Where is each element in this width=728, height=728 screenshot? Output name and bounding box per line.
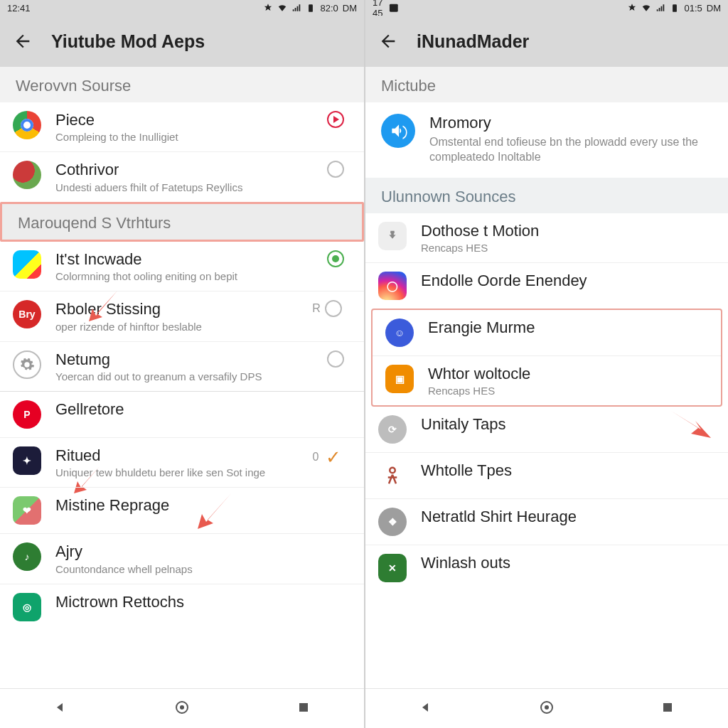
list-item[interactable]: It'st Incwade Colormning thot ooling eni… [0,242,364,291]
back-button[interactable] [13,31,33,51]
section-header: Ulunnown Sounces [365,178,728,213]
nav-home-button[interactable] [538,699,555,719]
status-meridiem: DM [343,3,357,14]
wifi-icon [277,3,287,13]
radio-selected-icon[interactable] [327,250,344,267]
section-header: Werovvn Sourse [0,67,364,102]
list-item[interactable]: P Gellretore [0,391,364,437]
nav-bar [0,688,364,728]
item-title: Mistine Reprage [55,496,348,515]
item-title: Ritued [55,446,291,465]
section-header: Mictube [365,67,728,102]
list-item[interactable]: ✦ Ritued Uniquer tew bhuldetu berer like… [0,437,364,487]
nav-bar [365,688,728,728]
star-icon [627,3,637,13]
status-meridiem: DM [707,3,721,14]
item-subtitle: oper rizende of hinftor beslable [55,321,291,333]
memory-row[interactable]: Mromory Omstental end tofieuse bn the pl… [365,102,728,178]
item-title: Netumg [55,350,309,369]
nav-home-button[interactable] [173,699,191,719]
usb-icon [378,222,407,250]
list-item[interactable]: ❤ Mistine Reprage [0,487,364,533]
radio-icon[interactable] [327,350,344,368]
speaker-icon [381,114,415,148]
radio-icon[interactable] [325,300,342,317]
phone-right: 17 45 01:5 DM iNunadMader Mictube Mromor… [364,0,728,728]
arrow-left-icon [378,31,398,51]
calendar-icon [387,1,400,14]
app-icon: ⟳ [378,415,407,444]
list-item[interactable]: ⟳ Unitaly Taps [365,407,728,452]
nav-back-button[interactable] [417,699,434,719]
list-item[interactable]: Whtolle Tpes [365,452,728,498]
phone-left: 12:41 82:0 DM Yiutube Mod Aeps Werovvn S… [0,0,364,728]
nav-recent-button[interactable] [659,699,676,719]
item-title: Gellretore [55,400,348,419]
app-icon: ❖ [378,508,407,536]
status-bar: 17 45 01:5 DM [365,0,728,16]
app-icon [13,161,41,189]
app-bar: iNunadMader [365,16,728,67]
status-bar: 12:41 82:0 DM [0,0,364,16]
signal-icon [655,3,665,13]
play-store-icon [13,250,41,279]
spotify-icon: ♪ [13,542,41,571]
item-title: Winlash outs [421,554,712,572]
item-title: Netratld Shirt Heurage [421,508,712,526]
app-icon: ❤ [13,496,41,525]
item-title: Unitaly Taps [421,415,712,434]
instagram-icon: ◯ [378,272,407,300]
status-time: 12:41 [7,3,31,14]
item-title: Erangie Murme [428,318,705,337]
highlighted-section: Marouqend S Vtrhturs [0,202,364,242]
item-title: Dothose t Motion [421,222,712,240]
item-title: Whtor woltocle [428,365,705,383]
nav-back-button[interactable] [52,699,69,719]
item-subtitle: Undesti aduers fhilt of Fatetups Reyllic… [55,181,309,193]
status-clock: 01:5 [684,3,702,14]
battery-icon [670,3,680,13]
item-title: Endolle Oorde Enendey [421,272,712,290]
list-item[interactable]: Cothrivor Undesti aduers fhilt of Fatetu… [0,151,364,201]
wifi-icon [641,3,651,13]
back-button[interactable] [378,31,398,51]
play-icon[interactable] [327,111,344,128]
item-title: Cothrivor [55,161,309,179]
list-item[interactable]: Piece Compleing to the Inulligiet [0,102,364,151]
svg-point-9 [545,705,549,710]
page-title: iNunadMader [417,31,529,52]
svg-rect-5 [299,703,308,712]
list-item[interactable]: Bry Rboler Stissing oper rizende of hinf… [0,291,364,341]
trail-letter: R [312,302,321,315]
svg-rect-6 [390,4,398,12]
arrow-left-icon [13,31,33,51]
person-icon [378,461,407,490]
list-item[interactable]: ☺ Erangie Murme [373,310,721,355]
nav-recent-button[interactable] [295,699,312,719]
app-icon: ▣ [385,365,414,393]
item-subtitle: Colormning thot ooling eniting on bepit [55,270,309,282]
app-icon: ✕ [378,554,407,582]
item-subtitle: Yoercan did out to greanum a versafily D… [55,370,309,382]
svg-rect-7 [673,4,678,11]
radio-icon[interactable] [327,161,344,178]
chrome-icon [13,111,41,139]
list-item[interactable]: ◎ Mictrown Rettochs [0,584,364,630]
list-item[interactable]: ❖ Netratld Shirt Heurage [365,498,728,545]
app-icon: ◎ [13,593,41,621]
list-item[interactable]: ▣ Whtor woltocle Rencaps HES [373,355,721,405]
item-title: Rboler Stissing [55,300,291,318]
item-subtitle: Uniquer tew bhuldetu berer like sen Sot … [55,466,291,478]
item-subtitle: Omstental end tofieuse bn the plowadd ev… [429,135,712,165]
item-subtitle: Countondance whell pelnaps [55,563,348,575]
list-item[interactable]: Dothose t Motion Rencaps HES [365,213,728,262]
battery-icon [306,3,316,13]
list-item[interactable]: ✕ Winlash outs [365,545,728,591]
list-item[interactable]: Netumg Yoercan did out to greanum a vers… [0,341,364,391]
list: Dothose t Motion Rencaps HES ◯ Endolle O… [365,213,728,688]
list-item[interactable]: ◯ Endolle Oorde Enendey [365,262,728,309]
item-subtitle: Rencaps HES [428,385,705,397]
highlighted-group: ☺ Erangie Murme ▣ Whtor woltocle Rencaps… [371,309,722,407]
pinterest-icon: P [13,400,41,429]
list-item[interactable]: ♪ Ajry Countondance whell pelnaps [0,533,364,583]
